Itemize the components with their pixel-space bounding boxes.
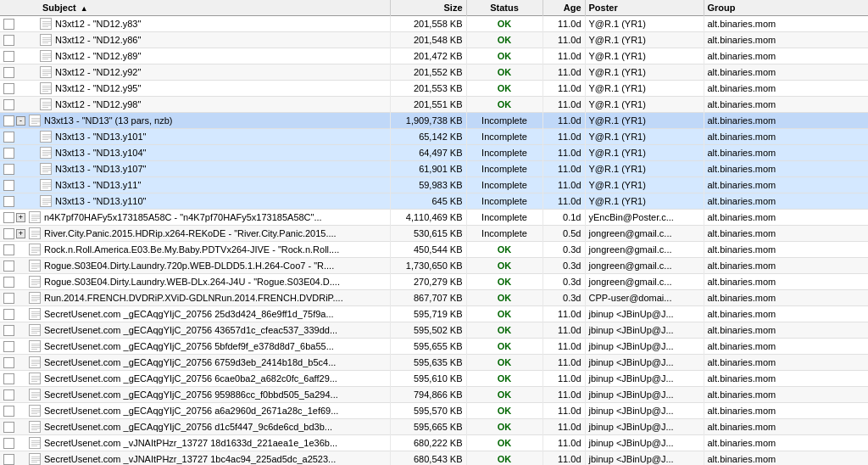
status-ok: OK: [498, 51, 512, 61]
subject-cell: Rock.n.Roll.America.E03.Be.My.Baby.PDTVx…: [0, 242, 390, 258]
subject-text: N3xt13 - "ND13.y104": [55, 148, 146, 158]
row-checkbox[interactable]: [3, 180, 14, 191]
table-row[interactable]: SecretUsenet.com _vJNAItPHzr_13727 18d16…: [0, 435, 868, 451]
svg-rect-110: [31, 460, 40, 461]
row-checkbox[interactable]: [3, 357, 14, 368]
age-cell: 11.0d: [542, 32, 585, 48]
table-row[interactable]: SecretUsenet.com _gECAqgYIjC_20756 a6a29…: [0, 403, 868, 419]
table-row[interactable]: SecretUsenet.com _gECAqgYIjC_20756 95988…: [0, 387, 868, 403]
table-row[interactable]: N3xt13 - "ND13.y104"64,497 KBIncomplete1…: [0, 145, 868, 161]
expand-button[interactable]: +: [16, 229, 25, 238]
file-icon: [29, 453, 41, 465]
subject-text: N3xt12 - "ND12.y86": [55, 35, 141, 45]
table-row[interactable]: SecretUsenet.com _gECAqgYIjC_20756 6759d…: [0, 355, 868, 371]
table-row[interactable]: SecretUsenet.com _gECAqgYIjC_20756 d1c5f…: [0, 419, 868, 435]
status-ok: OK: [498, 454, 512, 464]
row-checkbox[interactable]: [3, 67, 14, 78]
status-column-header[interactable]: Status: [466, 0, 542, 16]
row-checkbox[interactable]: [3, 35, 14, 46]
row-checkbox[interactable]: [3, 164, 14, 175]
table-row[interactable]: N3xt12 - "ND12.y95"201,553 KBOK11.0dY@R.…: [0, 81, 868, 97]
file-icon: [29, 211, 41, 223]
row-checkbox[interactable]: [3, 422, 14, 433]
status-incomplete: Incomplete: [481, 212, 527, 222]
subject-text: N3xt12 - "ND12.y98": [55, 99, 141, 109]
table-row[interactable]: N3xt12 - "ND12.y86"201,548 KBOK11.0dY@R.…: [0, 32, 868, 48]
table-row[interactable]: N3xt12 - "ND12.y89"201,472 KBOK11.0dY@R.…: [0, 48, 868, 64]
subject-cell: SecretUsenet.com _gECAqgYIjC_20756 6759d…: [0, 355, 390, 371]
row-checkbox[interactable]: [3, 148, 14, 159]
table-row[interactable]: N3xt12 - "ND12.y98"201,551 KBOK11.0dY@R.…: [0, 97, 868, 113]
svg-rect-18: [42, 89, 51, 90]
poster-column-header[interactable]: Poster: [585, 0, 704, 16]
row-checkbox[interactable]: [3, 115, 14, 126]
status-ok: OK: [498, 438, 512, 448]
group-column-header[interactable]: Group: [704, 0, 868, 16]
row-checkbox[interactable]: [3, 244, 14, 255]
size-column-header[interactable]: Size: [390, 0, 466, 16]
row-checkbox[interactable]: [3, 389, 14, 401]
row-checkbox[interactable]: [3, 341, 14, 352]
row-checkbox[interactable]: [3, 373, 14, 384]
table-row[interactable]: Run.2014.FRENCH.DVDRiP.XViD-GDLNRun.2014…: [0, 290, 868, 306]
row-checkbox[interactable]: [3, 212, 14, 223]
group-cell: alt.binaries.mom: [704, 32, 868, 48]
age-cell: 0.3d: [542, 290, 585, 306]
svg-rect-54: [31, 234, 40, 235]
age-cell: 11.0d: [542, 113, 585, 129]
subject-column-header[interactable]: Subject ▲: [0, 0, 390, 16]
svg-rect-5: [42, 39, 51, 40]
svg-rect-37: [42, 168, 51, 169]
row-checkbox[interactable]: [3, 293, 14, 304]
table-row[interactable]: Rogue.S03E04.Dirty.Laundry.720p.WEB-DLDD…: [0, 258, 868, 274]
table-row[interactable]: +River.City.Panic.2015.HDRip.x264-REKoDE…: [0, 226, 868, 242]
table-row[interactable]: Rock.n.Roll.America.E03.Be.My.Baby.PDTVx…: [0, 242, 868, 258]
file-icon: [40, 98, 52, 110]
svg-rect-51: [31, 220, 37, 221]
table-row[interactable]: SecretUsenet.com _gECAqgYIjC_20756 6cae0…: [0, 371, 868, 387]
subject-cell: SecretUsenet.com _gECAqgYIjC_20756 25d3d…: [0, 306, 390, 322]
table-row[interactable]: SecretUsenet.com _vJNAItPHzr_13727 1bc4a…: [0, 451, 868, 466]
table-row[interactable]: N3xt13 - "ND13.y11"59,983 KBIncomplete11…: [0, 177, 868, 193]
row-checkbox[interactable]: [3, 132, 14, 143]
row-checkbox[interactable]: [3, 83, 14, 94]
expand-button[interactable]: -: [16, 116, 25, 126]
subject-text: N3xt12 - "ND12.y89": [55, 51, 141, 61]
table-row[interactable]: SecretUsenet.com _gECAqgYIjC_20756 5bfde…: [0, 339, 868, 355]
age-cell: 0.3d: [542, 242, 585, 258]
table-row[interactable]: N3xt12 - "ND12.y92"201,552 KBOK11.0dY@R.…: [0, 64, 868, 81]
row-checkbox[interactable]: [3, 196, 14, 207]
row-checkbox[interactable]: [3, 309, 14, 320]
svg-rect-56: [31, 247, 40, 248]
row-checkbox[interactable]: [3, 51, 14, 62]
table-row[interactable]: SecretUsenet.com _gECAqgYIjC_20756 43657…: [0, 322, 868, 339]
row-checkbox[interactable]: [3, 454, 14, 465]
row-checkbox[interactable]: [3, 438, 14, 449]
table-row[interactable]: Rogue.S03E04.Dirty.Laundry.WEB-DLx.264-J…: [0, 274, 868, 290]
table-row[interactable]: -N3xt13 - "ND13" (13 pars, nzb)1,909,738…: [0, 113, 868, 129]
table-row[interactable]: N3xt13 - "ND13.y101"65,142 KBIncomplete1…: [0, 129, 868, 145]
row-checkbox[interactable]: [3, 261, 14, 272]
svg-rect-82: [31, 347, 40, 348]
row-checkbox[interactable]: [3, 228, 14, 239]
row-checkbox[interactable]: [3, 325, 14, 336]
age-cell: 11.0d: [542, 371, 585, 387]
subject-text: SecretUsenet.com _vJNAItPHzr_13727 1bc4a…: [44, 454, 336, 464]
status-ok: OK: [498, 99, 512, 109]
table-row[interactable]: +n4K7pf70HAFy5x173185A58C - "n4K7pf70HAF…: [0, 210, 868, 226]
svg-rect-67: [31, 284, 37, 285]
row-checkbox[interactable]: [3, 277, 14, 288]
table-row[interactable]: SecretUsenet.com _gECAqgYIjC_20756 25d3d…: [0, 306, 868, 322]
expand-button[interactable]: +: [16, 213, 25, 222]
subject-cell: +River.City.Panic.2015.HDRip.x264-REKoDE…: [0, 226, 390, 242]
table-row[interactable]: N3xt13 - "ND13.y107"61,901 KBIncomplete1…: [0, 161, 868, 177]
svg-rect-109: [31, 458, 40, 459]
row-checkbox[interactable]: [3, 19, 14, 30]
row-checkbox[interactable]: [3, 99, 14, 110]
table-row[interactable]: N3xt12 - "ND12.y83"201,558 KBOK11.0dY@R.…: [0, 16, 868, 32]
table-row[interactable]: N3xt13 - "ND13.y110"645 KBIncomplete11.0…: [0, 193, 868, 210]
row-checkbox[interactable]: [3, 406, 14, 417]
status-cell: Incomplete: [466, 193, 542, 210]
age-column-header[interactable]: Age: [542, 0, 585, 16]
size-cell: 1,909,738 KB: [390, 113, 466, 129]
